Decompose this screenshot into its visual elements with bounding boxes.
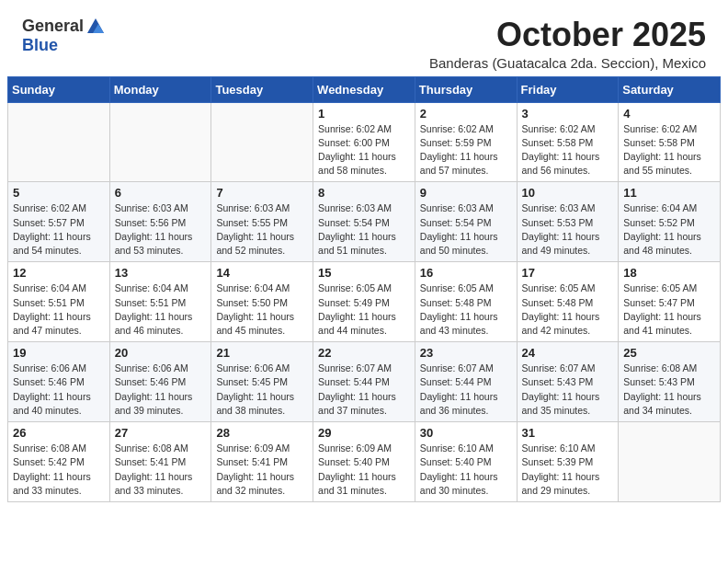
day-number: 7	[216, 186, 308, 200]
day-info: Sunrise: 6:02 AMSunset: 5:58 PMDaylight:…	[623, 122, 715, 178]
day-number: 23	[420, 346, 512, 360]
day-info: Sunrise: 6:04 AMSunset: 5:51 PMDaylight:…	[13, 282, 105, 338]
day-info: Sunrise: 6:03 AMSunset: 5:55 PMDaylight:…	[216, 201, 308, 258]
day-number: 11	[623, 186, 715, 200]
table-row: 2Sunrise: 6:02 AMSunset: 5:59 PMDaylight…	[415, 102, 517, 182]
table-row: 27Sunrise: 6:08 AMSunset: 5:41 PMDayligh…	[109, 422, 211, 502]
day-number: 27	[115, 426, 207, 440]
table-row: 10Sunrise: 6:03 AMSunset: 5:53 PMDayligh…	[517, 182, 619, 262]
day-info: Sunrise: 6:02 AMSunset: 5:59 PMDaylight:…	[420, 122, 512, 178]
table-row: 6Sunrise: 6:03 AMSunset: 5:56 PMDaylight…	[109, 182, 211, 262]
table-row: 12Sunrise: 6:04 AMSunset: 5:51 PMDayligh…	[8, 262, 110, 342]
day-number: 28	[216, 426, 308, 440]
table-row: 13Sunrise: 6:04 AMSunset: 5:51 PMDayligh…	[109, 262, 211, 342]
table-row: 18Sunrise: 6:05 AMSunset: 5:47 PMDayligh…	[619, 262, 721, 342]
day-number: 15	[318, 266, 410, 280]
day-number: 21	[216, 346, 308, 360]
table-row: 1Sunrise: 6:02 AMSunset: 6:00 PMDaylight…	[313, 102, 415, 182]
day-info: Sunrise: 6:06 AMSunset: 5:45 PMDaylight:…	[216, 362, 308, 418]
day-number: 18	[623, 266, 715, 280]
day-info: Sunrise: 6:05 AMSunset: 5:49 PMDaylight:…	[318, 282, 410, 338]
calendar-wrapper: Sunday Monday Tuesday Wednesday Thursday…	[0, 76, 728, 510]
day-info: Sunrise: 6:04 AMSunset: 5:51 PMDaylight:…	[115, 282, 207, 338]
table-row: 15Sunrise: 6:05 AMSunset: 5:49 PMDayligh…	[313, 262, 415, 342]
table-row: 25Sunrise: 6:08 AMSunset: 5:43 PMDayligh…	[619, 342, 721, 422]
month-title: October 2025	[429, 17, 706, 53]
day-info: Sunrise: 6:08 AMSunset: 5:41 PMDaylight:…	[115, 442, 207, 498]
day-info: Sunrise: 6:06 AMSunset: 5:46 PMDaylight:…	[115, 362, 207, 418]
day-info: Sunrise: 6:07 AMSunset: 5:44 PMDaylight:…	[318, 362, 410, 418]
table-row: 3Sunrise: 6:02 AMSunset: 5:58 PMDaylight…	[517, 102, 619, 182]
day-info: Sunrise: 6:03 AMSunset: 5:54 PMDaylight:…	[420, 201, 512, 258]
table-row: 20Sunrise: 6:06 AMSunset: 5:46 PMDayligh…	[109, 342, 211, 422]
table-row: 22Sunrise: 6:07 AMSunset: 5:44 PMDayligh…	[313, 342, 415, 422]
day-number: 3	[522, 107, 614, 121]
location-subtitle: Banderas (Guatacalca 2da. Seccion), Mexi…	[429, 55, 706, 71]
day-number: 2	[420, 107, 512, 121]
table-row	[619, 422, 721, 502]
table-row: 5Sunrise: 6:02 AMSunset: 5:57 PMDaylight…	[8, 182, 110, 262]
day-number: 22	[318, 346, 410, 360]
day-number: 26	[13, 426, 105, 440]
table-row: 8Sunrise: 6:03 AMSunset: 5:54 PMDaylight…	[313, 182, 415, 262]
table-row: 24Sunrise: 6:07 AMSunset: 5:43 PMDayligh…	[517, 342, 619, 422]
table-row: 7Sunrise: 6:03 AMSunset: 5:55 PMDaylight…	[211, 182, 313, 262]
day-info: Sunrise: 6:04 AMSunset: 5:52 PMDaylight:…	[623, 201, 715, 258]
table-row: 31Sunrise: 6:10 AMSunset: 5:39 PMDayligh…	[517, 422, 619, 502]
table-row	[109, 102, 211, 182]
day-number: 10	[522, 186, 614, 200]
day-number: 19	[13, 346, 105, 360]
day-info: Sunrise: 6:06 AMSunset: 5:46 PMDaylight:…	[13, 362, 105, 418]
calendar-week-row: 26Sunrise: 6:08 AMSunset: 5:42 PMDayligh…	[8, 422, 721, 502]
day-number: 5	[13, 186, 105, 200]
day-info: Sunrise: 6:03 AMSunset: 5:53 PMDaylight:…	[522, 201, 614, 258]
day-number: 13	[115, 266, 207, 280]
table-row: 14Sunrise: 6:04 AMSunset: 5:50 PMDayligh…	[211, 262, 313, 342]
day-number: 17	[522, 266, 614, 280]
col-sunday: Sunday	[8, 76, 110, 102]
day-number: 12	[13, 266, 105, 280]
day-number: 20	[115, 346, 207, 360]
table-row: 16Sunrise: 6:05 AMSunset: 5:48 PMDayligh…	[415, 262, 517, 342]
day-info: Sunrise: 6:08 AMSunset: 5:42 PMDaylight:…	[13, 442, 105, 498]
col-tuesday: Tuesday	[211, 76, 313, 102]
calendar-week-row: 1Sunrise: 6:02 AMSunset: 6:00 PMDaylight…	[8, 102, 721, 182]
day-info: Sunrise: 6:02 AMSunset: 6:00 PMDaylight:…	[318, 122, 410, 178]
day-info: Sunrise: 6:09 AMSunset: 5:41 PMDaylight:…	[216, 442, 308, 498]
day-number: 8	[318, 186, 410, 200]
day-number: 1	[318, 107, 410, 121]
title-section: October 2025 Banderas (Guatacalca 2da. S…	[429, 17, 706, 71]
table-row: 19Sunrise: 6:06 AMSunset: 5:46 PMDayligh…	[8, 342, 110, 422]
day-number: 14	[216, 266, 308, 280]
col-friday: Friday	[517, 76, 619, 102]
day-info: Sunrise: 6:03 AMSunset: 5:54 PMDaylight:…	[318, 201, 410, 258]
day-number: 25	[623, 346, 715, 360]
table-row	[8, 102, 110, 182]
day-number: 24	[522, 346, 614, 360]
table-row: 29Sunrise: 6:09 AMSunset: 5:40 PMDayligh…	[313, 422, 415, 502]
calendar-week-row: 12Sunrise: 6:04 AMSunset: 5:51 PMDayligh…	[8, 262, 721, 342]
table-row: 26Sunrise: 6:08 AMSunset: 5:42 PMDayligh…	[8, 422, 110, 502]
table-row	[211, 102, 313, 182]
day-info: Sunrise: 6:08 AMSunset: 5:43 PMDaylight:…	[623, 362, 715, 418]
day-info: Sunrise: 6:05 AMSunset: 5:48 PMDaylight:…	[522, 282, 614, 338]
day-info: Sunrise: 6:10 AMSunset: 5:39 PMDaylight:…	[522, 442, 614, 498]
logo-blue-text: Blue	[22, 37, 58, 55]
day-info: Sunrise: 6:07 AMSunset: 5:43 PMDaylight:…	[522, 362, 614, 418]
day-info: Sunrise: 6:05 AMSunset: 5:48 PMDaylight:…	[420, 282, 512, 338]
day-number: 31	[522, 426, 614, 440]
table-row: 23Sunrise: 6:07 AMSunset: 5:44 PMDayligh…	[415, 342, 517, 422]
logo-general-text: General	[22, 17, 84, 36]
calendar-week-row: 5Sunrise: 6:02 AMSunset: 5:57 PMDaylight…	[8, 182, 721, 262]
day-info: Sunrise: 6:07 AMSunset: 5:44 PMDaylight:…	[420, 362, 512, 418]
table-row: 11Sunrise: 6:04 AMSunset: 5:52 PMDayligh…	[619, 182, 721, 262]
table-row: 28Sunrise: 6:09 AMSunset: 5:41 PMDayligh…	[211, 422, 313, 502]
page-header: General Blue October 2025 Banderas (Guat…	[0, 0, 728, 76]
day-number: 30	[420, 426, 512, 440]
calendar-table: Sunday Monday Tuesday Wednesday Thursday…	[7, 76, 721, 502]
day-number: 29	[318, 426, 410, 440]
day-info: Sunrise: 6:02 AMSunset: 5:58 PMDaylight:…	[522, 122, 614, 178]
logo-icon	[85, 17, 106, 37]
table-row: 9Sunrise: 6:03 AMSunset: 5:54 PMDaylight…	[415, 182, 517, 262]
day-info: Sunrise: 6:10 AMSunset: 5:40 PMDaylight:…	[420, 442, 512, 498]
